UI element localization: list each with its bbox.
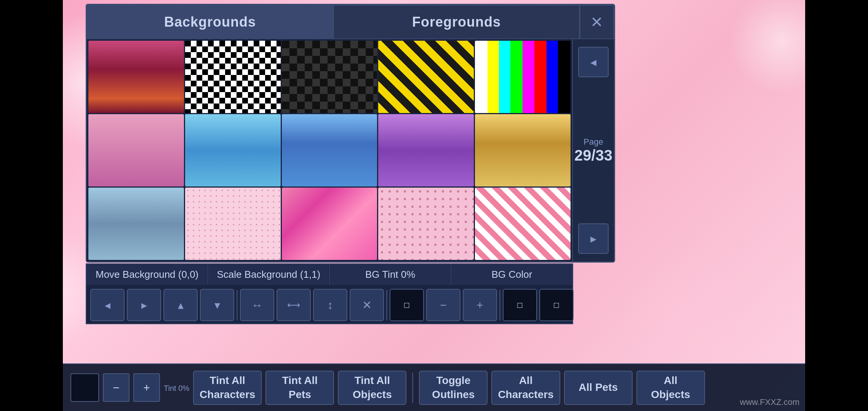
ctrl-labels: Move Background (0,0) Scale Background (… (86, 264, 572, 285)
thumbnail-4[interactable] (378, 41, 474, 113)
thumbnail-14[interactable] (378, 188, 474, 260)
tab-foregrounds[interactable]: Foregrounds (333, 5, 580, 39)
bg-tint-decrease-button[interactable]: − (426, 289, 460, 321)
tint-color-swatch[interactable] (70, 373, 99, 402)
thumbnail-13[interactable] (282, 188, 377, 260)
thumbnail-12[interactable] (185, 188, 281, 260)
grid-and-side: ◂ Page 29/33 ▸ (87, 39, 614, 261)
scale-width-in-button[interactable]: ⟷ (277, 289, 311, 321)
move-down-button[interactable]: ▾ (200, 289, 234, 321)
thumbnail-grid (87, 39, 572, 261)
scale-reset-button[interactable]: ✕ (350, 289, 384, 321)
thumbnail-2[interactable] (185, 41, 281, 113)
move-up-button[interactable]: ▴ (163, 289, 198, 321)
thumbnail-10[interactable] (475, 114, 571, 186)
thumbnail-7[interactable] (185, 114, 281, 186)
thumbnail-3[interactable] (282, 41, 377, 113)
scale-width-out-button[interactable]: ↔ (240, 289, 274, 321)
tint-all-pets-button[interactable]: Tint All Pets (265, 371, 334, 405)
thumbnail-6[interactable] (88, 114, 184, 186)
thumbnail-15[interactable] (475, 188, 571, 260)
side-panel: ◂ Page 29/33 ▸ (572, 39, 614, 261)
close-button[interactable]: ✕ (580, 5, 614, 39)
move-right-button[interactable]: ▸ (127, 289, 161, 321)
tint-label-group: Tint 0% (164, 382, 189, 393)
all-characters-button[interactable]: All Characters (491, 371, 560, 405)
bg-color-swatch2-button[interactable]: □ (539, 289, 574, 321)
all-objects-button[interactable]: All Objects (636, 371, 705, 405)
prev-page-button[interactable]: ◂ (578, 47, 609, 77)
bg-tint-label: BG Tint 0% (330, 264, 451, 285)
divider-3 (499, 290, 500, 320)
tint-decrease-button[interactable]: − (103, 373, 129, 402)
tabs-row: Backgrounds Foregrounds ✕ (87, 5, 614, 39)
all-pets-button[interactable]: All Pets (564, 371, 633, 405)
thumbnail-8[interactable] (282, 114, 377, 186)
toggle-outlines-button[interactable]: Toggle Outlines (419, 371, 488, 405)
black-edge-left (0, 0, 63, 411)
ctrl-buttons: ◂ ▸ ▴ ▾ ↔ ⟷ ↕ ✕ □ − + □ □ (86, 285, 572, 325)
bg-color-swatch1-button[interactable]: □ (503, 289, 537, 321)
bottom-toolbar: − + Tint 0% Tint All Characters Tint All… (63, 363, 805, 411)
main-panel: Backgrounds Foregrounds ✕ (86, 4, 615, 263)
scale-height-button[interactable]: ↕ (313, 289, 347, 321)
tint-all-characters-button[interactable]: Tint All Characters (193, 371, 262, 405)
tint-all-objects-button[interactable]: Tint All Objects (338, 371, 406, 405)
page-info: Page 29/33 (574, 137, 612, 164)
divider-2 (386, 290, 387, 320)
bottom-controls: Move Background (0,0) Scale Background (… (86, 263, 573, 324)
bg-tint-increase-button[interactable]: + (463, 289, 497, 321)
next-page-button[interactable]: ▸ (578, 223, 609, 254)
divider-1 (237, 290, 238, 320)
bg-tint-color-button[interactable]: □ (390, 289, 424, 321)
tint-increase-button[interactable]: + (133, 373, 160, 402)
black-edge-right (805, 0, 868, 411)
toolbar-divider (412, 373, 413, 403)
watermark: www.FXXZ.com (740, 397, 799, 407)
bg-color-label: BG Color (451, 264, 572, 285)
tab-backgrounds[interactable]: Backgrounds (87, 5, 333, 39)
thumbnail-5[interactable] (475, 41, 571, 113)
thumbnail-11[interactable] (88, 188, 184, 260)
move-left-button[interactable]: ◂ (90, 289, 125, 321)
scale-bg-label: Scale Background (1,1) (208, 264, 329, 285)
thumbnail-9[interactable] (378, 114, 474, 186)
thumbnail-1[interactable] (88, 41, 184, 113)
move-bg-label: Move Background (0,0) (86, 264, 208, 285)
